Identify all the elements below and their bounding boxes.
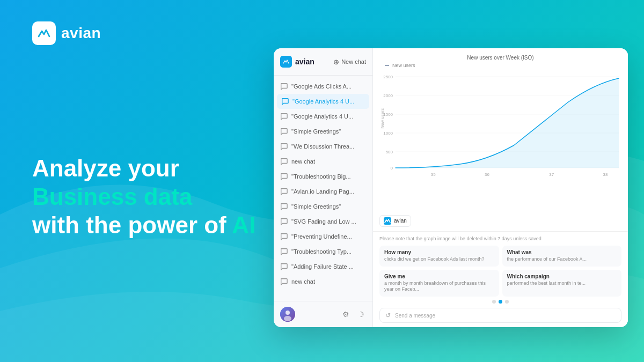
carousel-dot[interactable] xyxy=(505,300,509,304)
carousel-dot[interactable] xyxy=(492,300,496,304)
sidebar-chat-item[interactable]: "Troubleshooting Typ... xyxy=(274,244,372,259)
sidebar-chat-item[interactable]: "Google Analytics 4 U... xyxy=(274,109,372,124)
suggestion-card[interactable]: Which campaign performed the best last m… xyxy=(502,270,622,297)
sidebar-chat-item[interactable]: "Google Ads Clicks A... xyxy=(274,79,372,94)
sidebar-logo-icon xyxy=(280,56,292,68)
input-placeholder: Send a message xyxy=(395,313,435,319)
card-title: Give me xyxy=(384,274,494,279)
svg-text:38: 38 xyxy=(603,172,608,177)
chart-container: 2500 2000 1500 1000 500 0 New users xyxy=(379,70,621,178)
svg-text:35: 35 xyxy=(431,172,436,177)
card-desc: performed the best last month in te... xyxy=(507,280,617,287)
sidebar-footer: ⚙ ☽ xyxy=(274,301,372,327)
sidebar-chat-item[interactable]: "Preventing Undefine... xyxy=(274,229,372,244)
moon-icon[interactable]: ☽ xyxy=(357,310,366,319)
chart-area: New users over Week (ISO) New users 2500… xyxy=(373,48,628,232)
headline: Analyze your Business data with the powe… xyxy=(32,154,279,239)
suggestion-card[interactable]: How many clicks did we get on Facebook A… xyxy=(379,246,499,267)
sidebar-chat-item[interactable]: "Simple Greetings" xyxy=(274,199,372,214)
avian-badge-text: avian xyxy=(394,218,407,224)
svg-text:2500: 2500 xyxy=(383,75,393,79)
sidebar-chat-list: "Google Ads Clicks A... "Google Analytic… xyxy=(274,76,372,301)
svg-text:500: 500 xyxy=(386,150,393,154)
headline-line1: Analyze your xyxy=(32,154,279,183)
chart-legend: New users xyxy=(379,63,621,68)
main-content: New users over Week (ISO) New users 2500… xyxy=(373,48,628,327)
card-title: What was xyxy=(507,249,617,255)
svg-point-2 xyxy=(284,316,291,321)
new-chat-label: New chat xyxy=(341,58,366,65)
new-chat-button[interactable]: ⊕ New chat xyxy=(333,58,366,66)
chart-title: New users over Week (ISO) xyxy=(379,55,621,61)
settings-icon[interactable]: ⚙ xyxy=(342,310,351,319)
app-mockup: avian ⊕ New chat "Google Ads Clicks A...… xyxy=(274,48,628,327)
legend-dot xyxy=(385,65,389,66)
headline-line2: Business data xyxy=(32,183,279,211)
sidebar-header: avian ⊕ New chat xyxy=(274,48,372,76)
svg-text:37: 37 xyxy=(549,172,554,177)
sidebar-chat-item[interactable]: "Avian.io Landing Pag... xyxy=(274,184,372,199)
input-area[interactable]: ↺ Send a message xyxy=(379,308,621,323)
svg-text:2000: 2000 xyxy=(383,93,393,98)
sidebar-chat-item[interactable]: "SVG Fading and Low ... xyxy=(274,214,372,229)
sidebar-chat-item[interactable]: "We Discussion Threa... xyxy=(274,139,372,154)
sidebar-brand-name: avian xyxy=(295,57,314,66)
headline-ai: AI xyxy=(232,212,255,238)
sidebar-chat-item[interactable]: "Adding Failure State ... xyxy=(274,259,372,274)
svg-text:0: 0 xyxy=(391,166,393,171)
carousel-dot[interactable] xyxy=(499,300,502,304)
avian-badge-icon xyxy=(384,217,391,225)
sidebar-chat-item[interactable]: new chat xyxy=(274,274,372,289)
headline-line3: with the power of AI xyxy=(32,211,279,240)
card-desc: the performance of our Facebook A... xyxy=(507,256,617,263)
avatar[interactable] xyxy=(280,307,295,322)
left-panel: Analyze your Business data with the powe… xyxy=(32,0,279,362)
plus-icon: ⊕ xyxy=(333,58,339,66)
footer-icons: ⚙ ☽ xyxy=(342,310,366,319)
sidebar-chat-item[interactable]: new chat xyxy=(274,154,372,169)
suggestion-card[interactable]: Give me a month by month breakdown of pu… xyxy=(379,270,499,297)
svg-text:New users: New users xyxy=(380,108,385,129)
bottom-panel: Please note that the graph image will be… xyxy=(373,232,628,327)
sidebar: avian ⊕ New chat "Google Ads Clicks A...… xyxy=(274,48,373,327)
sidebar-chat-item[interactable]: "Google Analytics 4 U... xyxy=(277,94,369,109)
suggestion-cards: How many clicks did we get on Facebook A… xyxy=(379,246,621,297)
card-desc: a month by month breakdown of purchases … xyxy=(384,280,494,293)
note-text: Please note that the graph image will be… xyxy=(379,236,621,241)
legend-label: New users xyxy=(392,63,415,68)
sidebar-logo: avian xyxy=(280,56,314,68)
card-title: Which campaign xyxy=(507,274,617,279)
svg-point-1 xyxy=(286,311,290,315)
send-icon: ↺ xyxy=(385,312,391,319)
headline-with: with the power of xyxy=(32,212,232,238)
suggestion-card[interactable]: What was the performance of our Facebook… xyxy=(502,246,622,267)
card-title: How many xyxy=(384,249,494,255)
avian-badge: avian xyxy=(379,215,411,227)
card-desc: clicks did we get on Facebook Ads last m… xyxy=(384,256,494,263)
svg-text:1000: 1000 xyxy=(383,131,393,136)
svg-text:36: 36 xyxy=(485,172,489,177)
sidebar-chat-item[interactable]: "Simple Greetings" xyxy=(274,124,372,139)
dots-row xyxy=(379,300,621,304)
sidebar-chat-item[interactable]: "Troubleshooting Big... xyxy=(274,169,372,184)
